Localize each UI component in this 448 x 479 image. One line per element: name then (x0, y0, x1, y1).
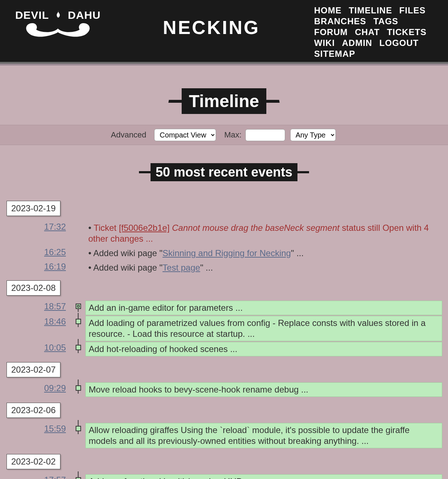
nav-link-tags[interactable]: TAGS (373, 16, 398, 27)
timeline-graph-cell (71, 342, 85, 350)
nav-link-home[interactable]: HOME (314, 5, 342, 16)
site-header: DEVIL DAHU NECKING HOME TIMELINE FILES B… (0, 0, 448, 59)
timeline-graph-cell (71, 423, 85, 431)
commit-node-icon[interactable] (76, 385, 81, 391)
timeline-graph-cell (71, 316, 85, 324)
nav-link-branches[interactable]: BRANCHES (314, 16, 366, 27)
nav-link-wiki[interactable]: WIKI (314, 38, 335, 48)
project-title[interactable]: NECKING (109, 4, 314, 38)
timeline-row: 18:46Add loading of parametrized values … (6, 316, 442, 341)
timeline-row: 09:29Move reload hooks to bevy-scene-hoo… (6, 382, 442, 397)
timeline-row: 10:05Add hot-reloading of hooked scenes … (6, 342, 442, 356)
subheader: 50 most recent events (151, 163, 297, 181)
timeline-time-link[interactable]: 17:57 (44, 475, 66, 479)
nav-link-chat[interactable]: CHAT (355, 27, 380, 38)
advanced-link[interactable]: Advanced (111, 130, 146, 139)
timeline-time-link[interactable]: 18:57 (44, 301, 66, 311)
timeline-time-link[interactable]: 16:25 (44, 247, 66, 257)
logo-swish-icon (22, 20, 94, 38)
timeline-row: 16:19• Added wiki page "Test page" ... (6, 261, 442, 275)
timeline-row: 15:59Allow reloading giraffes Using the … (6, 423, 442, 448)
commit-node-icon[interactable] (76, 345, 81, 350)
timeline-list: 2023-02-1917:32• Ticket [f5006e2b1e] Can… (0, 196, 448, 479)
timeline-time-link[interactable]: 17:32 (44, 222, 66, 232)
torn-edge-decoration (0, 59, 448, 67)
timeline-entry[interactable]: • Ticket [f5006e2b1e] Cannot mouse drag … (85, 221, 442, 246)
date-divider[interactable]: 2023-02-02 (7, 454, 60, 469)
nav-link-logout[interactable]: LOGOUT (379, 38, 419, 48)
timeline-row: 17:32• Ticket [f5006e2b1e] Cannot mouse … (6, 221, 442, 246)
nav-link-admin[interactable]: ADMIN (342, 38, 372, 48)
timeline-time-link[interactable]: 10:05 (44, 343, 66, 352)
nav-link-timeline[interactable]: TIMELINE (349, 5, 392, 16)
timeline-graph-cell (71, 301, 85, 309)
max-label: Max: (224, 130, 242, 139)
timeline-entry[interactable]: Add an in-game editor for parameters ... (85, 301, 442, 315)
timeline-entry[interactable]: Add non-functional health/care bar HUD .… (85, 474, 442, 479)
main-nav: HOME TIMELINE FILES BRANCHES TAGS FORUM … (314, 4, 441, 59)
timeline-graph-cell (71, 261, 85, 264)
timeline-row: 18:57Add an in-game editor for parameter… (6, 301, 442, 315)
wiki-page-link[interactable]: Skinning and Rigging for Necking (162, 248, 291, 258)
commit-node-icon[interactable] (76, 477, 81, 479)
commit-node-icon[interactable] (76, 426, 81, 431)
date-divider[interactable]: 2023-02-06 (7, 403, 60, 418)
timeline-graph-cell (71, 246, 85, 249)
page-title-wrap: Timeline (0, 88, 448, 114)
timeline-entry[interactable]: Add hot-reloading of hooked scenes ... (85, 342, 442, 356)
timeline-row: 16:25• Added wiki page "Skinning and Rig… (6, 246, 442, 260)
commit-node-icon[interactable] (76, 319, 81, 324)
nav-link-tickets[interactable]: TICKETS (387, 27, 427, 38)
timeline-entry[interactable]: Allow reloading giraffes Using the `relo… (85, 423, 442, 448)
timeline-entry[interactable]: Move reload hooks to bevy-scene-hook ren… (85, 382, 442, 397)
timeline-graph-cell (71, 221, 85, 224)
date-divider[interactable]: 2023-02-19 (7, 201, 60, 216)
timeline-controls: Advanced Compact View Max: Any Type (0, 125, 448, 145)
timeline-entry[interactable]: • Added wiki page "Skinning and Rigging … (85, 246, 442, 260)
date-divider[interactable]: 2023-02-08 (7, 280, 60, 296)
timeline-entry[interactable]: • Added wiki page "Test page" ... (85, 261, 442, 275)
page-title: Timeline (182, 88, 266, 114)
timeline-time-link[interactable]: 18:46 (44, 317, 66, 326)
timeline-entry[interactable]: Add loading of parametrized values from … (85, 316, 442, 341)
nav-link-files[interactable]: FILES (399, 5, 426, 16)
timeline-time-link[interactable]: 09:29 (44, 383, 66, 393)
nav-link-sitemap[interactable]: SITEMAP (314, 48, 355, 59)
type-filter-select[interactable]: Any Type (290, 129, 336, 141)
wiki-page-link[interactable]: Test page (162, 263, 200, 272)
site-logo[interactable]: DEVIL DAHU (7, 4, 109, 39)
timeline-graph-cell (71, 474, 85, 479)
timeline-time-link[interactable]: 15:59 (44, 424, 66, 433)
timeline-time-link[interactable]: 16:19 (44, 262, 66, 271)
timeline-row: 17:57Add non-functional health/care bar … (6, 474, 442, 479)
timeline-graph-cell (71, 382, 85, 391)
view-mode-select[interactable]: Compact View (154, 129, 216, 141)
max-input[interactable] (245, 129, 285, 141)
nav-link-forum[interactable]: FORUM (314, 27, 348, 38)
commit-node-icon[interactable] (76, 304, 81, 309)
subheader-wrap: 50 most recent events (0, 163, 448, 181)
date-divider[interactable]: 2023-02-07 (7, 362, 60, 377)
ticket-hash-link[interactable]: [f5006e2b1e] (119, 223, 169, 233)
